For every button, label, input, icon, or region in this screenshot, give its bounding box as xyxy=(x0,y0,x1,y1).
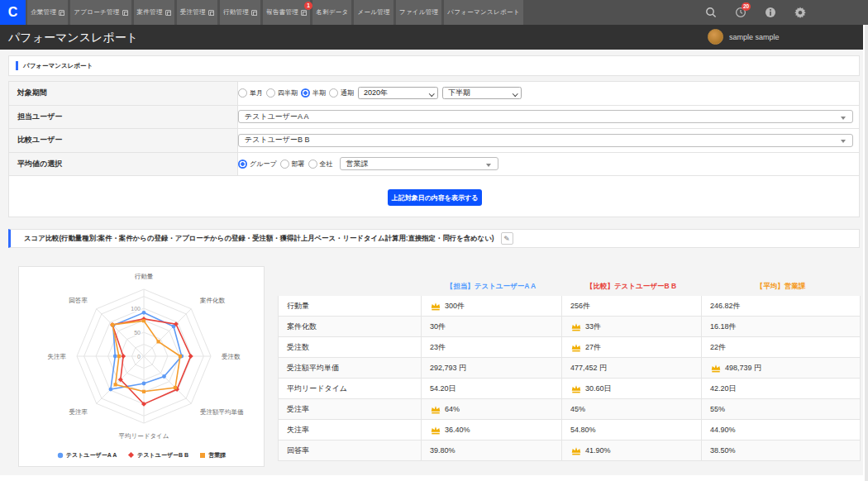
user-menu[interactable]: sample sample xyxy=(708,29,780,45)
search-icon[interactable] xyxy=(705,7,717,18)
breadcrumb-accent-bar xyxy=(16,61,18,70)
nav-item-1[interactable]: アプローチ管理 xyxy=(70,0,131,25)
score-section-header: スコア比較(行動量種別:案件・案件からの登録・アプローチからの登録・受注額・獲得… xyxy=(8,229,860,248)
term-select[interactable]: 下半期 xyxy=(442,87,522,99)
cell-value: 22件 xyxy=(701,337,861,357)
window-icon xyxy=(208,10,214,16)
radio-shihanki[interactable]: 四半期 xyxy=(266,88,298,98)
radar-point xyxy=(162,374,166,379)
nav-item-0[interactable]: 企業管理 xyxy=(27,0,68,25)
radio-hanki[interactable]: 半期 xyxy=(301,88,326,98)
radio-tangetsu[interactable]: 単月 xyxy=(238,88,263,98)
crown-icon xyxy=(570,384,582,393)
user-name: sample sample xyxy=(729,33,780,41)
info-icon[interactable] xyxy=(765,7,776,18)
legend-item-1[interactable]: テストユーザーB B xyxy=(127,451,188,460)
cell-value: 30件 xyxy=(421,317,561,336)
radio-circle[interactable] xyxy=(266,88,275,98)
year-select[interactable]: 2020年 xyxy=(358,87,438,99)
nav-icon-group: 20 xyxy=(705,0,806,25)
compare-label: 比較ユーザー xyxy=(9,129,238,152)
chevron-down-icon xyxy=(513,91,517,96)
breadcrumb: パフォーマンスレポート xyxy=(8,55,860,76)
nav-item-6[interactable]: 名刺データ xyxy=(312,0,351,25)
chart-legend: テストユーザーA AテストユーザーB B営業課 xyxy=(19,451,264,460)
radio-circle-selected[interactable] xyxy=(301,88,310,98)
compare-user-select[interactable]: テストユーザーB B xyxy=(238,134,853,147)
radio-circle[interactable] xyxy=(280,160,289,169)
radar-point xyxy=(179,355,182,358)
nav-item-3[interactable]: 受注管理 xyxy=(177,0,217,25)
radar-point xyxy=(157,340,160,343)
cell-value: 54.80% xyxy=(561,420,701,440)
user-label: 担当ユーザー xyxy=(9,106,238,129)
period-controls: 単月 四半期 半期 通期 2020年 下半期 xyxy=(238,82,859,105)
crown-icon xyxy=(570,322,582,331)
group-select[interactable]: 営業課 xyxy=(340,157,498,170)
column-header-0: 【担当】テストユーザーA A xyxy=(421,278,561,296)
window-icon xyxy=(251,10,257,16)
nav-item-2[interactable]: 案件管理 xyxy=(134,0,174,25)
nav-item-4[interactable]: 行動管理 xyxy=(220,0,260,25)
nav-item-label: アプローチ管理 xyxy=(74,8,119,17)
nav-item-7[interactable]: メール管理 xyxy=(354,0,393,25)
nav-item-9[interactable]: パフォーマンスレポート xyxy=(444,0,522,25)
nav-item-8[interactable]: ファイル管理 xyxy=(396,0,442,25)
gear-icon[interactable] xyxy=(794,7,806,18)
radio-circle-selected[interactable] xyxy=(238,160,247,169)
dropdown-arrow-icon xyxy=(841,140,846,143)
cell-value: 300件 xyxy=(421,296,561,316)
crown-icon xyxy=(570,343,582,352)
scrollbar[interactable] xyxy=(863,25,868,481)
show-report-button[interactable]: 上記対象日の内容を表示する xyxy=(388,189,482,206)
legend-marker-icon xyxy=(199,452,206,460)
cell-value: 45% xyxy=(561,399,701,419)
cell-value: 54.20日 xyxy=(421,379,561,398)
radar-tick-label: 0 xyxy=(137,354,141,360)
radar-axis-label: 回答率 xyxy=(69,297,88,304)
cell-value: 33件 xyxy=(561,317,701,336)
row-label: 平均リードタイム xyxy=(278,379,421,398)
cell-value: 44.90% xyxy=(701,420,861,440)
cell-value: 36.40% xyxy=(421,420,561,440)
radio-circle[interactable] xyxy=(308,160,317,169)
row-label: 受注率 xyxy=(278,399,421,419)
legend-label: 営業課 xyxy=(208,451,226,460)
radio-circle[interactable] xyxy=(329,88,338,98)
legend-item-0[interactable]: テストユーザーA A xyxy=(57,451,117,460)
notification-badge: 20 xyxy=(742,2,751,11)
history-clock-icon[interactable]: 20 xyxy=(735,7,746,18)
radar-chart: 050100行動量案件化数受注数受注額平均単価平均リードタイム受注率失注率回答率 xyxy=(19,267,265,449)
radio-zensha[interactable]: 全社 xyxy=(308,160,333,169)
radar-point xyxy=(142,311,146,315)
score-section-title: スコア比較(行動量種別:案件・案件からの登録・アプローチからの登録・受注額・獲得… xyxy=(24,234,494,243)
form-row-period: 対象期間 単月 四半期 半期 通期 2020年 下半期 xyxy=(9,82,859,106)
period-label: 対象期間 xyxy=(9,82,238,105)
table-row-4: 平均リードタイム54.20日30.60日42.20日 xyxy=(278,379,861,399)
filter-form: 対象期間 単月 四半期 半期 通期 2020年 下半期 担当ユーザー テストユー… xyxy=(8,81,860,217)
radio-busho[interactable]: 部署 xyxy=(280,160,305,169)
cell-value: 498,739 円 xyxy=(701,358,861,378)
assigned-user-select[interactable]: テストユーザーA A xyxy=(238,110,853,123)
nav-item-label: 企業管理 xyxy=(31,8,56,17)
crown-icon xyxy=(430,302,441,311)
radar-axis-label: 受注率 xyxy=(69,408,88,416)
edit-pencil-icon[interactable]: ✎ xyxy=(501,232,513,245)
nav-item-label: メール管理 xyxy=(357,8,389,17)
table-row-3: 受注額平均単価292,793 円477,452 円498,739 円 xyxy=(278,358,861,379)
radio-group-avg[interactable]: グループ xyxy=(238,160,277,169)
column-header-1: 【比較】テストユーザーB B xyxy=(561,278,701,296)
radar-chart-card: 050100行動量案件化数受注数受注額平均単価平均リードタイム受注率失注率回答率… xyxy=(18,266,265,467)
row-label: 回答率 xyxy=(278,441,421,460)
breadcrumb-title: パフォーマンスレポート xyxy=(23,62,93,70)
legend-label: テストユーザーA A xyxy=(66,451,117,460)
radio-tsuki[interactable]: 通期 xyxy=(329,88,354,98)
cell-value: 42.20日 xyxy=(701,379,861,398)
nav-item-label: 行動管理 xyxy=(223,8,249,17)
legend-item-2[interactable]: 営業課 xyxy=(199,451,226,460)
comparison-table-header: 【担当】テストユーザーA A【比較】テストユーザーB B【平均】営業課 xyxy=(278,278,861,296)
radar-point xyxy=(142,390,145,393)
app-logo[interactable]: C xyxy=(0,0,26,25)
radio-circle[interactable] xyxy=(238,88,247,98)
nav-item-5[interactable]: 報告書管理1 xyxy=(263,0,310,25)
